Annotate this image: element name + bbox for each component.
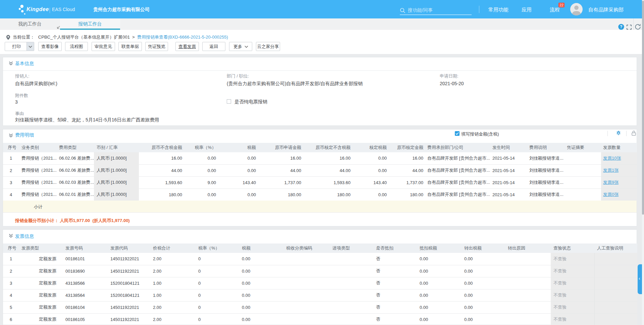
svg-text:?: ? bbox=[620, 24, 622, 29]
